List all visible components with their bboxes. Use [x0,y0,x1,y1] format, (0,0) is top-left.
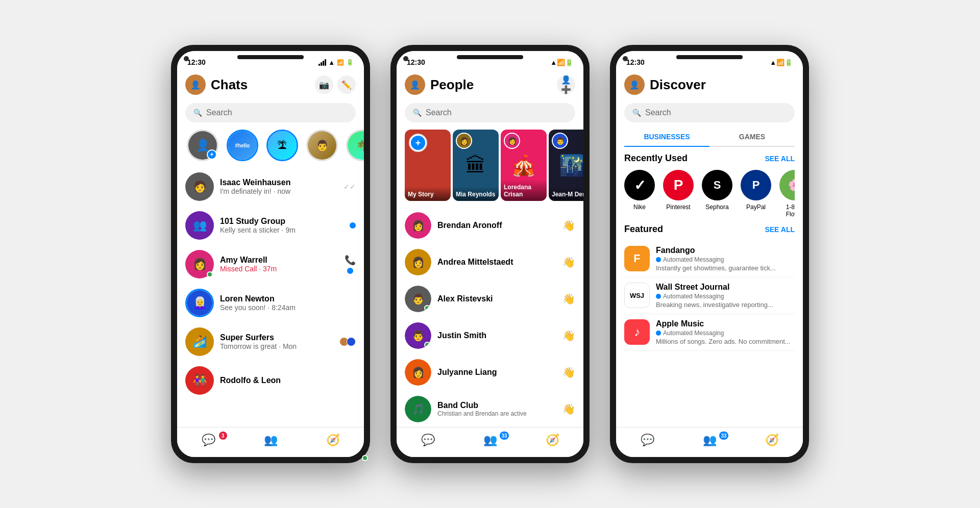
battery-level: 📶 [337,59,344,66]
wave-icon-alex[interactable]: 👋 [562,293,575,305]
fandango-name: Fandango [656,246,795,255]
people-list: 👩 Brendan Aronoff 👋 👩 Andrea Mittelstaed… [397,207,583,427]
chats-header: 👤 Chats 📷 ✏️ [177,69,364,100]
fandango-info: Fandango Automated Messaging Instantly g… [656,246,795,272]
story-item-3[interactable]: 👨 [305,130,339,161]
status-time-2: 12:30 [407,58,425,66]
fandango-desc: Instantly get showtimes, guarantee tick.… [656,264,795,272]
status-bar-discover: 12:30 ▲📶🔋 [616,51,803,69]
loredana-story-label: Loredana Crisan [504,184,544,198]
nav-people-2[interactable]: 33 👥 [459,431,521,449]
brand-pinterest[interactable]: P Pinterest [663,170,694,218]
discover-search-bar[interactable]: 🔍 Search [624,103,795,122]
jean-story-overlay: Jean-M Denis [549,187,583,201]
chat-info-study: 101 Study Group Kelly sent a sticker · 9… [220,217,346,234]
chat-name-isaac: Isaac Weinhausen [220,178,339,187]
people-title: People [430,77,557,93]
brand-nike[interactable]: ✓ Nike [624,170,655,218]
featured-item-fandango[interactable]: F Fandango Automated Messaging Instantly… [624,241,795,277]
wave-icon-brendan[interactable]: 👋 [562,219,575,232]
camera-button[interactable]: 📷 [315,75,333,94]
chat-preview-amy: Missed Call · 37m [220,265,340,273]
brand-paypal[interactable]: P PayPal [741,170,771,218]
unread-dot-amy [347,268,353,274]
featured-title: Featured [624,224,663,235]
story-item-4[interactable]: 🌴 [345,130,364,161]
people-nav-icon-2: 👥 [483,434,497,447]
recently-used-see-all[interactable]: SEE ALL [765,155,795,163]
chat-preview-study: Kelly sent a sticker · 9m [220,226,346,234]
user-avatar-3[interactable]: 👤 [624,74,645,95]
wifi-icon: ▲ [328,59,335,66]
nav-chats-2[interactable]: 💬 [397,431,459,449]
add-story-card-btn[interactable]: + [409,134,427,152]
my-story-item[interactable]: 👤 + [185,130,220,161]
chat-name-amy: Amy Warrell [220,256,340,265]
mia-story-card[interactable]: 🏛 👩 Mia Reynolds [453,130,499,201]
people-item-brendan[interactable]: 👩 Brendan Aronoff 👋 [399,207,581,244]
loredana-story-card[interactable]: 🎪 👩 Loredana Crisan [501,130,547,201]
wave-icon-band[interactable]: 👋 [562,403,575,415]
featured-item-wsj[interactable]: WSJ Wall Street Journal Automated Messag… [624,277,795,314]
nav-people-3[interactable]: 33 👥 [678,431,741,449]
brand-sephora[interactable]: S Sephora [702,170,732,218]
user-avatar[interactable]: 👤 [185,74,206,95]
fandango-logo: F [624,246,650,271]
people-item-band[interactable]: 🎵 Band Club Christian and Brendan are ac… [399,391,581,427]
story-item-2[interactable]: 🏝 [265,130,300,161]
chat-meta-surfers [339,337,356,346]
nav-discover[interactable]: 🧭 [302,431,364,449]
people-item-andrea[interactable]: 👩 Andrea Mittelstaedt 👋 [399,244,581,281]
add-person-button[interactable]: 👤➕ [557,75,575,94]
wave-icon-andrea[interactable]: 👋 [562,256,575,268]
chat-info-surfers: Super Surfers Tomorrow is great · Mon [220,333,335,350]
user-avatar-2[interactable]: 👤 [405,74,425,95]
story-item-1[interactable]: #hello [225,130,260,161]
verified-dot-3 [656,331,661,336]
people-item-justin[interactable]: 👨 Justin Smith 👋 [399,317,581,354]
people-item-julyanne[interactable]: 👩 Julyanne Liang 👋 [399,354,581,391]
compose-button[interactable]: ✏️ [337,75,356,94]
wave-icon-julyanne[interactable]: 👋 [562,366,575,378]
chat-item-surfers[interactable]: 🏄 Super Surfers Tomorrow is great · Mon [179,322,362,361]
status-time-3: 12:30 [626,58,645,66]
chat-item-isaac[interactable]: 🧑 Isaac Weinhausen I'm definately in! · … [179,167,362,206]
tab-games[interactable]: GAMES [709,128,795,146]
chats-search-bar[interactable]: 🔍 Search [185,103,356,122]
chat-avatar-loren: 👩‍🦳 [185,289,214,317]
people-nav-icon-3: 👥 [703,434,717,447]
wave-icon-justin[interactable]: 👋 [562,329,575,342]
header-actions: 📷 ✏️ [315,75,356,94]
tab-businesses[interactable]: BUSINESSES [624,128,709,147]
chat-avatar-isaac: 🧑 [185,172,214,201]
chat-item-study[interactable]: 👥 101 Study Group Kelly sent a sticker ·… [179,206,362,245]
people-search-bar[interactable]: 🔍 Search [405,103,575,122]
chat-nav-icon-2: 💬 [421,434,435,447]
jean-story-card[interactable]: 🌃 👨 Jean-M Denis [549,130,583,201]
status-time: 12:30 [187,58,206,66]
stories-row: 👤 + #hello 🏝 👨 🌴 [177,128,364,167]
nav-chats-3[interactable]: 💬 [616,431,678,449]
phone-notch-2 [457,55,523,59]
chat-info-loren: Loren Newton See you soon! · 8:24am [220,294,352,312]
chat-item-loren[interactable]: 👩‍🦳 Loren Newton See you soon! · 8:24am [179,284,362,322]
brand-flowers[interactable]: 🌸 1-800-Flow... [779,170,795,218]
nav-discover-3[interactable]: 🧭 [741,431,803,449]
featured-item-apple-music[interactable]: ♪ Apple Music Automated Messaging Millio… [624,314,795,351]
status-icons-3: ▲📶🔋 [770,59,793,66]
my-story-card[interactable]: + My Story [405,130,451,201]
phone-chats: 12:30 ▲ 📶 🔋 👤 Chats 📷 ✏️ [171,45,370,463]
nav-discover-2[interactable]: 🧭 [521,431,583,449]
people-item-alex[interactable]: 👨 Alex Ristevski 👋 [399,281,581,317]
chat-item-amy[interactable]: 👩 Amy Warrell Missed Call · 37m 📞 [179,245,362,284]
add-story-btn[interactable]: + [207,149,217,160]
featured-see-all[interactable]: SEE ALL [765,225,795,234]
wsj-name: Wall Street Journal [656,283,795,292]
chat-item-rodolfo[interactable]: 👫 Rodolfo & Leon [179,361,362,400]
nav-chats[interactable]: 3 💬 [177,431,239,449]
status-bar-chats: 12:30 ▲ 📶 🔋 [177,51,364,69]
discover-content: Recently Used SEE ALL ✓ Nike P [616,153,803,427]
read-check: ✓✓ [344,183,356,191]
chat-list: 🧑 Isaac Weinhausen I'm definately in! · … [177,167,364,427]
nav-people[interactable]: 👥 [239,431,302,449]
